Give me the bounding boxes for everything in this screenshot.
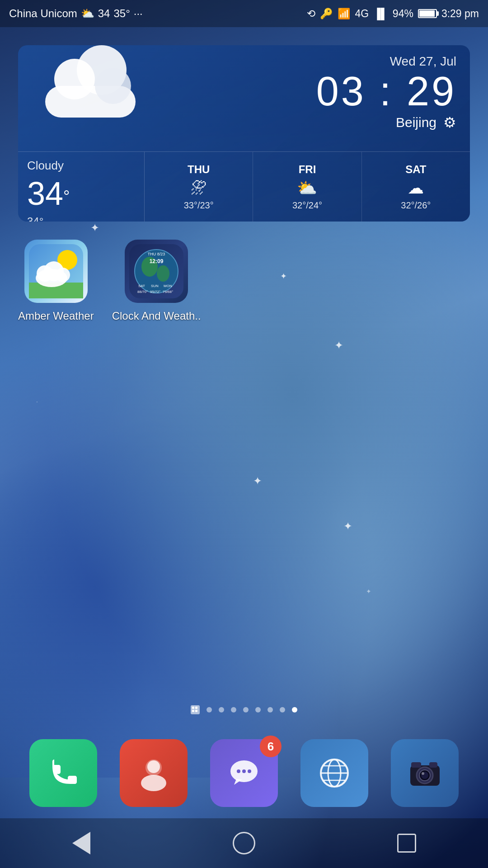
dock: 6	[0, 730, 488, 816]
network-type: 4G	[355, 8, 369, 20]
status-dots: ···	[134, 7, 143, 20]
svg-text:SUN: SUN	[151, 284, 159, 288]
battery-fill	[419, 10, 435, 17]
page-dot-grid[interactable]	[191, 705, 200, 714]
nav-bar	[0, 818, 488, 868]
status-left: China Unicom ⛅ 34 35° ···	[9, 7, 143, 20]
rotate-icon: ⟲	[307, 8, 315, 20]
status-temp: 34	[98, 7, 110, 20]
dock-messages[interactable]: 6	[210, 739, 278, 807]
home-circle-icon	[233, 832, 255, 854]
widget-datetime: Wed 27, Jul 03 : 29 Beijing ⚙	[316, 54, 456, 131]
wallpaper-wave	[0, 136, 488, 778]
apps-area: Amber Weather THU 8/23 1	[18, 240, 201, 322]
phone-icon	[45, 755, 81, 791]
clock-weather-label: Clock And Weath..	[112, 310, 201, 322]
svg-rect-44	[411, 762, 421, 768]
star-6: ·	[36, 398, 38, 405]
page-dot-5[interactable]	[255, 707, 261, 712]
cloud-puff-3	[95, 68, 131, 104]
widget-city-name: Beijing	[396, 115, 436, 130]
sat-label: SAT	[405, 163, 426, 176]
forecast-days: THU ⛈ 33°/23° FRI ⛅ 32°/24° SAT ☁ 32°/26…	[145, 152, 470, 222]
svg-text:THU 8/23: THU 8/23	[148, 252, 165, 256]
svg-point-27	[141, 775, 166, 791]
svg-marker-29	[234, 779, 242, 785]
page-dot-8-active[interactable]	[292, 707, 297, 712]
star-4: ✦	[343, 520, 352, 533]
nav-back-button[interactable]	[63, 825, 99, 861]
weather-cloud-illustration	[36, 59, 136, 118]
battery-percent: 94%	[393, 8, 413, 20]
back-arrow-icon	[72, 832, 90, 854]
forecast-sat: SAT ☁ 32°/26°	[362, 152, 470, 222]
messages-icon	[225, 754, 263, 793]
dock-phone[interactable]	[29, 739, 97, 807]
status-bar: China Unicom ⛅ 34 35° ··· ⟲ 🔑 📶 4G ▐▌ 94…	[0, 0, 488, 27]
svg-rect-21	[192, 707, 194, 709]
app-amber-weather[interactable]: Amber Weather	[18, 240, 94, 322]
svg-point-42	[422, 772, 424, 775]
current-temp: 34	[27, 175, 63, 212]
status-temp-high: 35°	[113, 7, 130, 20]
thu-icon: ⛈	[191, 179, 207, 198]
badge-count: 6	[267, 740, 274, 754]
current-weather: Cloudy 34° 34° 25°	[18, 152, 145, 222]
app-clock-weather[interactable]: THU 8/23 12:09 SAT SUN MON 88/70° 95/72°…	[112, 240, 201, 322]
svg-text:88/70°: 88/70°	[137, 290, 148, 294]
weather-condition: Cloudy	[27, 159, 135, 173]
page-dot-4[interactable]	[243, 707, 249, 712]
svg-point-7	[56, 268, 70, 282]
dock-contacts[interactable]	[120, 739, 188, 807]
star-7: ✦	[366, 588, 371, 595]
temp-range: 34° 25°	[27, 213, 135, 222]
svg-point-30	[237, 769, 240, 773]
temp-degree-symbol: °	[63, 187, 70, 206]
svg-point-12	[157, 265, 169, 282]
weather-status-icon: ⛅	[81, 7, 94, 20]
svg-text:SAT: SAT	[138, 284, 145, 288]
svg-text:MON: MON	[164, 284, 172, 288]
thu-label: THU	[188, 163, 210, 176]
nav-home-button[interactable]	[226, 825, 262, 861]
page-dot-6[interactable]	[267, 707, 273, 712]
dock-browser[interactable]	[300, 739, 368, 807]
high-temp: 34°	[27, 215, 43, 222]
svg-rect-24	[195, 710, 197, 712]
grid-icon	[192, 707, 198, 713]
widget-time: 03 : 29	[316, 71, 456, 112]
contacts-icon	[136, 755, 172, 791]
svg-rect-43	[429, 762, 437, 768]
forecast-thu: THU ⛈ 33°/23°	[145, 152, 253, 222]
battery-icon	[418, 9, 437, 18]
time-display: 3:29 pm	[441, 8, 479, 20]
svg-rect-23	[192, 710, 194, 712]
page-indicators	[0, 705, 488, 714]
wifi-icon: 📶	[338, 8, 351, 20]
page-dot-1[interactable]	[206, 707, 212, 712]
weather-widget[interactable]: Wed 27, Jul 03 : 29 Beijing ⚙ Cloudy 34°…	[18, 45, 470, 222]
amber-weather-label: Amber Weather	[18, 310, 94, 322]
star-3: ✦	[253, 475, 262, 487]
amber-weather-svg	[29, 244, 83, 298]
svg-rect-22	[195, 707, 197, 709]
star-5: ✦	[280, 271, 287, 281]
widget-date: Wed 27, Jul	[316, 54, 456, 69]
page-dot-3[interactable]	[231, 707, 236, 712]
nav-recents-button[interactable]	[389, 825, 425, 861]
dock-camera[interactable]	[391, 739, 459, 807]
messages-badge: 6	[260, 736, 282, 757]
svg-text:95/72°: 95/72°	[150, 290, 160, 294]
svg-text:79/68°: 79/68°	[163, 290, 173, 294]
camera-icon	[406, 754, 444, 793]
fri-label: FRI	[299, 163, 316, 176]
star-1: ✦	[90, 222, 99, 234]
page-dot-7[interactable]	[280, 707, 285, 712]
page-dot-2[interactable]	[219, 707, 224, 712]
browser-icon	[315, 754, 354, 793]
svg-point-32	[248, 769, 251, 773]
svg-point-26	[147, 760, 160, 773]
key-icon: 🔑	[320, 8, 333, 20]
settings-gear-icon[interactable]: ⚙	[443, 114, 456, 131]
svg-point-31	[242, 769, 246, 773]
